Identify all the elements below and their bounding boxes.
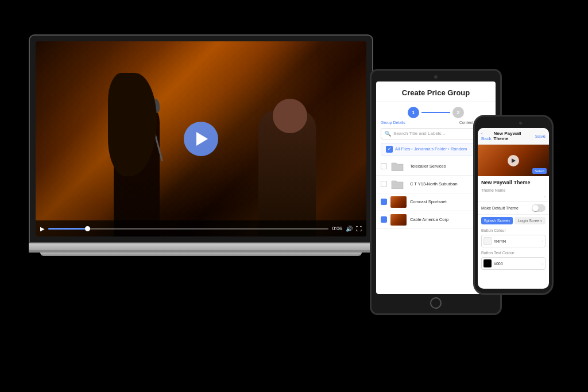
play-button[interactable] [184, 122, 218, 156]
default-theme-row: Make Default Theme [478, 202, 549, 215]
button-colour-value: #f4f4f4 [494, 239, 506, 243]
concert-background [36, 41, 366, 236]
file-checkbox-2[interactable] [381, 181, 387, 187]
video-controls-bar: ▶ 0:06 🔊 ⛶ [36, 220, 366, 236]
tablet-camera [434, 75, 438, 79]
file-thumb-2 [390, 178, 407, 190]
guitarist-head [273, 99, 307, 133]
laptop-screen: ▶ 0:06 🔊 ⛶ [36, 41, 366, 236]
create-price-group-header: Create Price Group [376, 81, 496, 102]
play-control-button[interactable]: ▶ [40, 226, 45, 232]
file-thumb-img-4 [390, 214, 407, 226]
phone-back-button[interactable]: ‹ Back [481, 131, 494, 141]
file-checkbox-3[interactable] [381, 199, 387, 205]
laptop-hinge [29, 250, 373, 253]
file-thumb-img-3 [390, 196, 407, 208]
guitarist-figure [230, 87, 333, 236]
breadcrumb-text: All Files › Johanna's Folder › Random [395, 146, 467, 152]
laptop-screen-wrapper: ▶ 0:06 🔊 ⛶ [29, 34, 373, 243]
step-2-circle: 2 [452, 107, 464, 118]
step-1-label: Group Details [381, 121, 405, 125]
default-theme-label: Make Default Theme [481, 206, 519, 210]
folder-icon-2 [390, 178, 404, 189]
button-text-colour-label: Button Text Colour [478, 249, 549, 255]
main-scene: ▶ 0:06 🔊 ⛶ Create Pr [0, 0, 588, 392]
file-thumb-4 [390, 214, 407, 226]
phone-device: ‹ Back New Paywall Theme Save Select New… [473, 115, 554, 295]
play-icon [196, 132, 208, 146]
progress-dot [85, 226, 90, 231]
progress-bar[interactable] [48, 228, 328, 230]
toggle-knob [532, 205, 539, 211]
button-colour-arrow: › [542, 239, 543, 243]
login-screen-tab[interactable]: Login Screen [514, 217, 546, 224]
laptop-foot [40, 253, 362, 256]
default-theme-toggle[interactable] [532, 204, 546, 212]
step-line [421, 112, 450, 113]
folder-icon-1 [390, 161, 404, 171]
progress-fill [48, 228, 90, 230]
search-icon: 🔍 [385, 131, 391, 137]
phone-section-title: New Paywall Theme [478, 176, 549, 187]
step-1-circle: 1 [408, 107, 419, 118]
singer-figure [85, 70, 200, 236]
phone-select-button[interactable]: Select [532, 168, 547, 174]
fullscreen-icon[interactable]: ⛶ [356, 226, 362, 232]
button-text-colour-swatch [483, 259, 492, 267]
volume-icon[interactable]: 🔊 [346, 226, 353, 232]
time-display: 0:06 [332, 226, 342, 231]
phone-screen-title: New Paywall Theme [494, 131, 535, 141]
theme-name-arrow: › [544, 194, 546, 199]
button-text-colour-field[interactable]: #000 › [481, 257, 546, 270]
laptop-device: ▶ 0:06 🔊 ⛶ [29, 34, 373, 256]
theme-name-value[interactable]: › [478, 193, 549, 202]
button-colour-swatch [483, 237, 492, 245]
button-text-colour-value: #000 [494, 262, 503, 266]
splash-screen-tab[interactable]: Splash Screen [481, 217, 513, 224]
button-colour-field[interactable]: #f4f4f4 › [481, 235, 546, 247]
file-thumb-3 [390, 196, 407, 208]
phone-screen: ‹ Back New Paywall Theme Save Select New… [478, 128, 549, 289]
phone-body: ‹ Back New Paywall Theme Save Select New… [473, 115, 554, 295]
phone-video-thumbnail: Select [478, 145, 549, 176]
phone-notch [499, 121, 528, 126]
file-checkbox-1[interactable] [381, 163, 387, 169]
screen-tabs: Splash Screen Login Screen [478, 215, 549, 227]
phone-play-button[interactable] [508, 155, 519, 166]
button-text-colour-arrow: › [542, 262, 543, 266]
file-checkbox-4[interactable] [381, 216, 387, 223]
file-thumb-1 [390, 161, 407, 172]
theme-name-label: Theme Name [478, 187, 549, 193]
laptop-base [29, 243, 373, 253]
button-colour-label: Button Colour [478, 227, 549, 233]
phone-play-triangle [512, 158, 516, 163]
breadcrumb-checkbox[interactable]: ✓ [386, 146, 393, 153]
check-icon: ✓ [388, 146, 392, 152]
tablet-home-button[interactable] [430, 297, 442, 309]
create-price-group-title: Create Price Group [381, 88, 491, 98]
phone-save-button[interactable]: Save [535, 134, 546, 139]
phone-header: ‹ Back New Paywall Theme Save [478, 128, 549, 145]
phone-camera [519, 122, 522, 125]
